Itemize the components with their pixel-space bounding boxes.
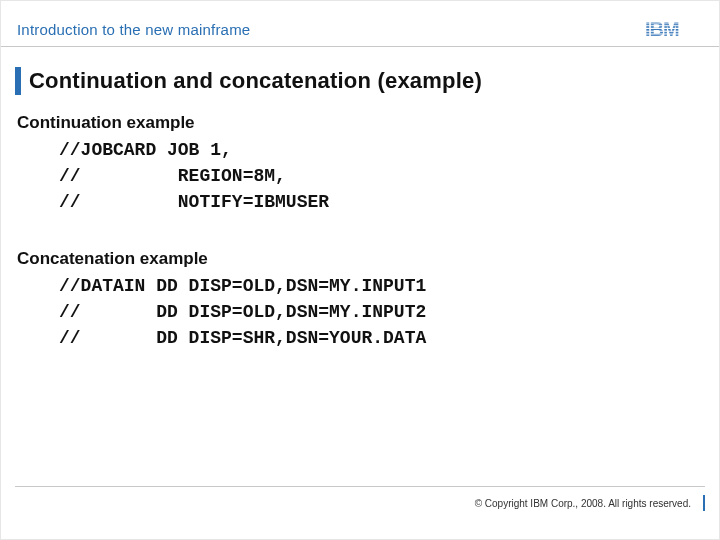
page-number-mark — [703, 495, 705, 511]
continuation-heading: Continuation example — [17, 113, 705, 133]
copyright: © Copyright IBM Corp., 2008. All rights … — [475, 498, 691, 509]
slide-body: Continuation and concatenation (example)… — [1, 67, 719, 352]
slide: Introduction to the new mainframe IBM Co… — [0, 0, 720, 540]
continuation-code: //JOBCARD JOB 1, // REGION=8M, // NOTIFY… — [59, 137, 705, 215]
svg-text:IBM: IBM — [645, 18, 679, 40]
footer: © Copyright IBM Corp., 2008. All rights … — [15, 486, 705, 511]
title-row: Continuation and concatenation (example) — [15, 67, 705, 95]
ibm-logo-icon: IBM — [645, 18, 699, 40]
course-title: Introduction to the new mainframe — [17, 21, 250, 40]
title-accent-bar — [15, 67, 21, 95]
concatenation-heading: Concatenation example — [17, 249, 705, 269]
section-gap — [15, 215, 705, 243]
ibm-logo: IBM — [645, 18, 699, 40]
concatenation-code: //DATAIN DD DISP=OLD,DSN=MY.INPUT1 // DD… — [59, 273, 705, 351]
slide-title: Continuation and concatenation (example) — [29, 68, 482, 94]
topbar: Introduction to the new mainframe IBM — [1, 1, 719, 47]
